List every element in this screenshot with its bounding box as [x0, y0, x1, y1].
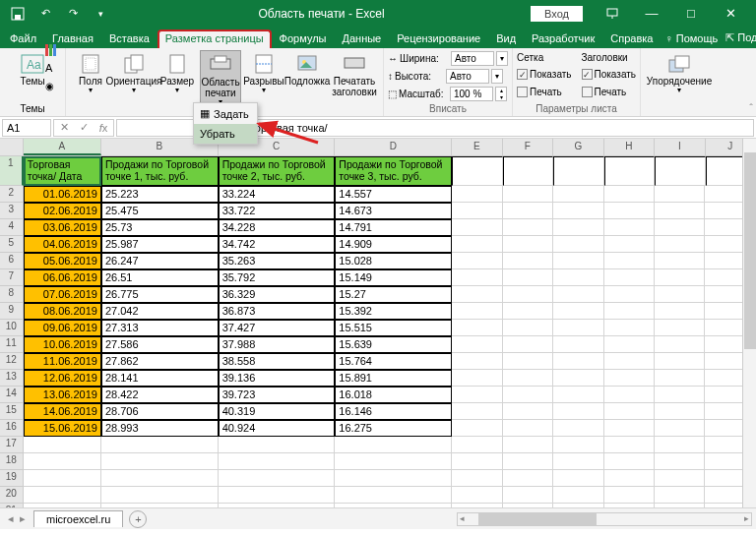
row-header[interactable]: 17 — [0, 437, 24, 453]
vertical-scrollbar[interactable] — [742, 139, 756, 507]
cell[interactable] — [503, 453, 553, 470]
tab-help[interactable]: Справка — [602, 30, 661, 48]
cell[interactable] — [503, 303, 553, 320]
tab-page-layout[interactable]: Разметка страницы — [158, 30, 272, 48]
cell[interactable]: 27.586 — [101, 336, 219, 353]
cell[interactable] — [101, 453, 219, 470]
cell[interactable] — [655, 320, 705, 336]
cell[interactable]: 34.228 — [219, 219, 336, 236]
col-header-D[interactable]: D — [335, 139, 452, 155]
cell[interactable] — [553, 236, 603, 253]
maximize-icon[interactable]: □ — [671, 0, 711, 27]
background-button[interactable]: Подложка — [286, 50, 328, 89]
cell[interactable] — [503, 320, 553, 336]
cell[interactable] — [553, 420, 603, 437]
cell[interactable] — [452, 269, 502, 286]
cell[interactable] — [452, 387, 502, 403]
cell[interactable]: Продажи по Торговой точке 3, тыс. руб. — [335, 156, 452, 186]
cell[interactable] — [452, 353, 502, 370]
cell[interactable] — [604, 156, 656, 186]
cell[interactable] — [24, 504, 101, 507]
cell[interactable]: 37.988 — [219, 336, 336, 353]
cell[interactable] — [503, 504, 553, 507]
row-header[interactable]: 11 — [0, 336, 24, 353]
cell[interactable] — [604, 504, 655, 507]
cell[interactable]: 28.993 — [101, 420, 219, 437]
row-header[interactable]: 7 — [0, 269, 24, 286]
cell[interactable]: 15.639 — [335, 336, 452, 353]
cell[interactable] — [101, 504, 219, 507]
set-print-area-item[interactable]: ▦Задать — [194, 103, 257, 124]
cell[interactable]: 09.06.2019 — [24, 320, 101, 336]
cell[interactable]: 12.06.2019 — [24, 370, 101, 387]
cell[interactable] — [503, 403, 553, 420]
cell[interactable]: 06.06.2019 — [24, 269, 101, 286]
cell[interactable] — [503, 336, 553, 353]
cell[interactable] — [553, 487, 603, 504]
cell[interactable]: 35.263 — [219, 253, 336, 269]
cell[interactable]: 15.27 — [335, 286, 452, 303]
row-header[interactable]: 16 — [0, 420, 24, 437]
cell[interactable]: 28.422 — [101, 387, 219, 403]
cell[interactable]: 39.136 — [219, 370, 336, 387]
fonts-button[interactable]: A — [43, 59, 61, 77]
cell[interactable]: 25.73 — [101, 219, 219, 236]
row-header[interactable]: 10 — [0, 320, 24, 336]
cell[interactable] — [553, 387, 603, 403]
cell[interactable] — [503, 387, 553, 403]
cell[interactable]: 27.042 — [101, 303, 219, 320]
cell[interactable] — [101, 470, 219, 487]
cell[interactable] — [553, 370, 603, 387]
cell[interactable] — [335, 487, 452, 504]
tab-developer[interactable]: Разработчик — [524, 30, 602, 48]
head-show-checkbox[interactable]: ✓ — [582, 69, 593, 80]
cell[interactable] — [503, 370, 553, 387]
cell[interactable] — [604, 320, 655, 336]
cell[interactable] — [452, 504, 502, 507]
scale-spinner[interactable]: ▴▾ — [495, 87, 507, 101]
cell[interactable]: Торговая точка/ Дата — [24, 156, 101, 186]
cell[interactable] — [452, 286, 502, 303]
cell[interactable] — [655, 336, 705, 353]
cell[interactable] — [452, 156, 503, 186]
cell[interactable]: 26.247 — [101, 253, 219, 269]
cell[interactable] — [452, 336, 502, 353]
height-dropdown[interactable]: ▾ — [491, 69, 503, 84]
cell[interactable]: 15.149 — [335, 269, 452, 286]
name-box[interactable]: A1 — [2, 119, 51, 137]
height-value[interactable]: Авто — [446, 69, 489, 84]
print-area-button[interactable]: Область печати▾ — [200, 50, 241, 110]
cell[interactable] — [604, 370, 655, 387]
cell[interactable] — [452, 437, 502, 453]
cell[interactable] — [553, 353, 603, 370]
cell[interactable] — [503, 219, 553, 236]
cell[interactable] — [655, 403, 705, 420]
cell[interactable] — [655, 487, 705, 504]
cell[interactable]: 15.392 — [335, 303, 452, 320]
margins-button[interactable]: Поля▾ — [70, 50, 111, 97]
cell[interactable] — [452, 253, 502, 269]
cell[interactable] — [503, 269, 553, 286]
cell[interactable]: 28.141 — [101, 370, 219, 387]
cell[interactable] — [655, 353, 705, 370]
tab-formulas[interactable]: Формулы — [272, 30, 335, 48]
cell[interactable] — [101, 487, 219, 504]
clear-print-area-item[interactable]: Убрать — [194, 124, 257, 144]
row-header[interactable]: 19 — [0, 470, 24, 487]
cell[interactable] — [503, 203, 553, 219]
cell[interactable]: 11.06.2019 — [24, 353, 101, 370]
cell[interactable] — [503, 253, 553, 269]
cell[interactable]: 27.862 — [101, 353, 219, 370]
cell[interactable] — [452, 186, 502, 203]
cell[interactable] — [604, 203, 655, 219]
cell[interactable] — [655, 370, 705, 387]
cell[interactable] — [553, 470, 603, 487]
row-header[interactable]: 18 — [0, 453, 24, 470]
cell[interactable]: 37.427 — [219, 320, 336, 336]
row-header[interactable]: 13 — [0, 370, 24, 387]
cell[interactable]: 15.891 — [335, 370, 452, 387]
col-header-I[interactable]: I — [655, 139, 705, 155]
cell[interactable] — [553, 437, 603, 453]
cell[interactable]: 15.515 — [335, 320, 452, 336]
row-header[interactable]: 15 — [0, 403, 24, 420]
